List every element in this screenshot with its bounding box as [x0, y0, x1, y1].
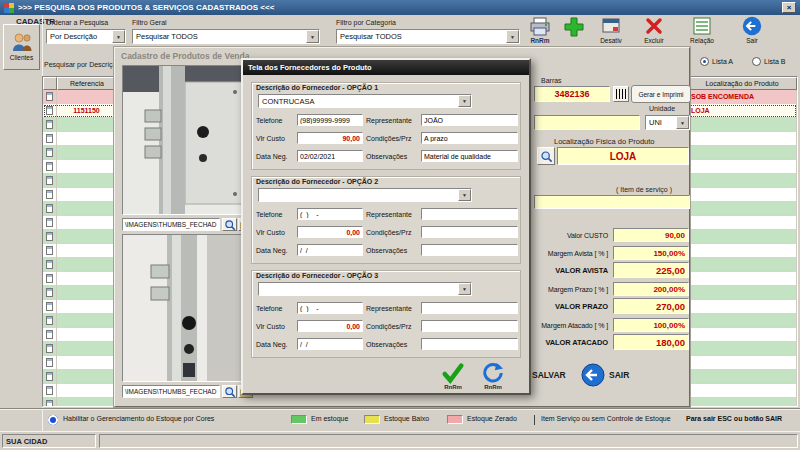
close-button[interactable]: × — [782, 2, 796, 13]
filtro-geral-combo[interactable]: Pesquisar TODOS ▼ — [132, 29, 320, 44]
clientes-button[interactable]: Clientes — [3, 24, 40, 70]
document-icon — [46, 260, 53, 269]
price-value-field[interactable]: 150,00% — [613, 246, 689, 260]
vlr-custo-input-3[interactable] — [297, 320, 363, 332]
document-icon — [46, 204, 53, 213]
representante-label: Representante — [366, 117, 418, 124]
stock-colors-toggle-icon[interactable] — [48, 415, 58, 425]
price-value-field[interactable]: 270,00 — [613, 298, 689, 314]
header-localizacao[interactable]: Localização do Produto — [687, 77, 797, 90]
novo-button[interactable] — [559, 16, 589, 50]
observacoes-input-3[interactable] — [421, 338, 518, 350]
fornecedor-combo-3[interactable]: ▼ — [258, 282, 472, 296]
document-icon — [46, 176, 53, 185]
telefone-input-3[interactable] — [297, 302, 363, 314]
lista-a-radio[interactable]: Lista A — [700, 57, 733, 66]
toolbar-watermark: RnRm — [530, 37, 549, 44]
price-value-field[interactable]: 200,00% — [613, 282, 689, 296]
desativar-button[interactable]: Desativ — [592, 16, 630, 50]
chevron-down-icon[interactable]: ▼ — [458, 283, 471, 295]
price-value-field[interactable]: 225,00 — [613, 262, 689, 278]
document-icon — [46, 386, 53, 395]
chevron-down-icon[interactable]: ▼ — [112, 30, 125, 43]
vlr-custo-input-2[interactable] — [297, 226, 363, 238]
descricao-field[interactable] — [534, 115, 640, 130]
gerar-imprimir-button[interactable]: Gerar e Imprimi — [631, 85, 691, 103]
row-location — [687, 356, 797, 370]
representante-input-1[interactable] — [421, 114, 518, 126]
refresh-button[interactable]: RnRm — [479, 358, 507, 390]
price-label: Margem Prazo [ % ] — [534, 286, 613, 293]
condicoes-input-1[interactable] — [421, 132, 518, 144]
condicoes-input-3[interactable] — [421, 320, 518, 332]
chevron-down-icon[interactable]: ▼ — [676, 116, 689, 129]
filtro-categoria-combo[interactable]: Pesquisar TODOS ▼ — [336, 29, 520, 44]
document-icon — [46, 106, 53, 115]
barras-label: Barras — [541, 77, 562, 84]
telefone-input-1[interactable] — [297, 114, 363, 126]
row-reference — [57, 174, 117, 188]
document-icon — [46, 358, 53, 367]
price-value-field[interactable]: 180,00 — [613, 334, 689, 350]
sair-toolbar-button[interactable]: Sair — [732, 16, 772, 50]
chevron-down-icon[interactable]: ▼ — [458, 95, 471, 107]
row-location — [687, 160, 797, 174]
data-neg-input-2[interactable] — [297, 244, 363, 256]
document-icon — [46, 400, 53, 407]
observacoes-input-2[interactable] — [421, 244, 518, 256]
localizacao-field[interactable]: LOJA — [557, 147, 689, 165]
row-reference — [57, 300, 117, 314]
price-value-field[interactable]: 90,00 — [613, 228, 689, 242]
observacoes-input-1[interactable] — [421, 150, 518, 162]
lista-b-label: Lista B — [764, 58, 785, 65]
fornecedor-combo-2[interactable]: ▼ — [258, 188, 472, 202]
barras-field[interactable]: 3482136 — [534, 86, 610, 102]
representante-input-2[interactable] — [421, 208, 518, 220]
document-icon — [46, 92, 53, 101]
zoom-image-2-button[interactable] — [222, 385, 237, 398]
localizacao-search-button[interactable] — [537, 147, 555, 165]
representante-input-3[interactable] — [421, 302, 518, 314]
check-icon — [441, 362, 465, 384]
section-header: Descrição do Fornecedor - OPÇÃO 2 — [256, 178, 378, 185]
data-neg-input-1[interactable] — [297, 150, 363, 162]
row-icon-cell — [43, 398, 57, 407]
header-reference[interactable]: Referencia — [57, 77, 117, 90]
item-servico-field[interactable] — [534, 195, 690, 209]
row-reference — [57, 146, 117, 160]
row-icon-cell — [43, 216, 57, 230]
chevron-down-icon[interactable]: ▼ — [306, 30, 319, 43]
confirm-button[interactable]: RnRm — [439, 358, 467, 390]
excluir-button[interactable]: Excluir — [634, 16, 674, 50]
telefone-input-2[interactable] — [297, 208, 363, 220]
barcode-button[interactable] — [613, 86, 629, 102]
condicoes-label: Condições/Prz — [366, 135, 418, 142]
document-icon — [46, 148, 53, 157]
fornecedor-combo-1[interactable]: CONTRUCASA ▼ — [258, 94, 472, 108]
unidade-value: UNI — [646, 117, 676, 128]
chevron-down-icon[interactable]: ▼ — [506, 30, 519, 43]
app-window: >>> PESQUISA DOS PRODUTOS & SERVIÇOS CAD… — [0, 0, 800, 450]
image-path-1: \IMAGENS\THUMBS_FECHAD — [122, 218, 220, 231]
icon-watermark: RnRm — [444, 384, 462, 390]
vlr-custo-input-1[interactable] — [297, 132, 363, 144]
lock-image-1 — [123, 66, 254, 215]
condicoes-input-2[interactable] — [421, 226, 518, 238]
ordenar-combo[interactable]: Por Descrição ▼ — [46, 29, 126, 44]
chevron-down-icon[interactable]: ▼ — [458, 189, 471, 201]
unidade-combo[interactable]: UNI ▼ — [645, 115, 690, 130]
pricing-row: Margem Avista [ % ]150,00% — [534, 246, 689, 260]
relacao-button[interactable]: Relação — [680, 16, 724, 50]
row-reference — [57, 230, 117, 244]
print-barcode-button[interactable]: RnRm — [522, 16, 558, 50]
row-location — [687, 328, 797, 342]
telefone-label: Telefone — [256, 305, 294, 312]
data-neg-input-3[interactable] — [297, 338, 363, 350]
row-reference — [57, 314, 117, 328]
price-value-field[interactable]: 100,00% — [613, 318, 689, 332]
lista-b-radio[interactable]: Lista B — [752, 57, 785, 66]
observacoes-label: Observações — [366, 247, 418, 254]
document-icon — [46, 274, 53, 283]
sair-button[interactable]: SAIR — [581, 359, 656, 391]
zoom-image-1-button[interactable] — [222, 218, 237, 231]
